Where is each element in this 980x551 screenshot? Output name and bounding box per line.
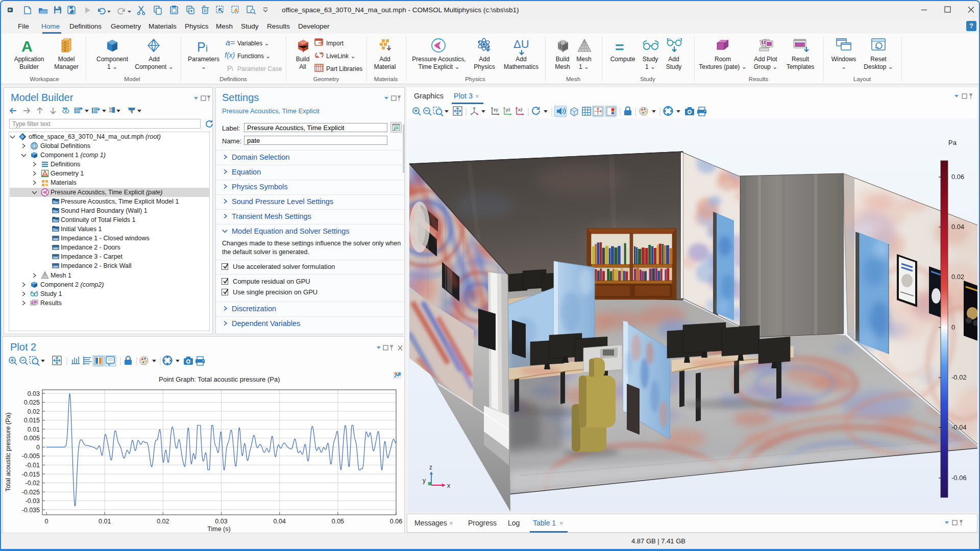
svg-text:0.06: 0.06 (951, 173, 964, 181)
svg-text:z: z (429, 464, 432, 471)
svg-text:-0.03: -0.03 (26, 497, 40, 505)
svg-text:y: y (423, 477, 426, 484)
svg-text:Time (s): Time (s) (207, 525, 230, 533)
svg-text:-0.015: -0.015 (22, 471, 40, 478)
svg-text:0.02: 0.02 (951, 273, 964, 281)
svg-text:yz: yz (506, 107, 511, 112)
svg-text:-0.01: -0.01 (26, 462, 40, 469)
svg-text:-0.06: -0.06 (951, 474, 967, 482)
svg-text:-0.005: -0.005 (22, 453, 40, 460)
svg-text:-0.02: -0.02 (26, 480, 40, 487)
svg-text:xz: xz (518, 107, 523, 112)
svg-text:0: 0 (951, 323, 955, 331)
svg-text:-0.02: -0.02 (951, 373, 967, 381)
svg-text:0.01: 0.01 (28, 426, 40, 433)
svg-text:Total acoustic pressure (Pa): Total acoustic pressure (Pa) (5, 413, 12, 492)
svg-text:-0.04: -0.04 (951, 423, 967, 431)
svg-text:0.02: 0.02 (157, 518, 169, 525)
svg-text:0.03: 0.03 (28, 390, 40, 397)
svg-text:0.05: 0.05 (332, 518, 344, 525)
svg-text:0.025: 0.025 (24, 399, 40, 406)
svg-text:-0.035: -0.035 (22, 507, 40, 514)
svg-text:-0.025: -0.025 (22, 489, 40, 496)
svg-text:xy: xy (494, 107, 499, 112)
svg-text:x: x (447, 482, 450, 489)
svg-text:0.03: 0.03 (215, 518, 227, 525)
svg-text:0.01: 0.01 (99, 518, 111, 525)
svg-text:0.015: 0.015 (24, 417, 40, 424)
svg-text:0: 0 (36, 444, 40, 451)
svg-text:0.005: 0.005 (24, 435, 40, 442)
svg-text:0.02: 0.02 (28, 408, 40, 415)
svg-text:0.04: 0.04 (951, 223, 964, 231)
svg-text:0: 0 (45, 518, 48, 525)
svg-text:0.06: 0.06 (390, 518, 402, 525)
svg-text:0.04: 0.04 (274, 518, 286, 525)
svg-text:Pa: Pa (948, 139, 957, 146)
